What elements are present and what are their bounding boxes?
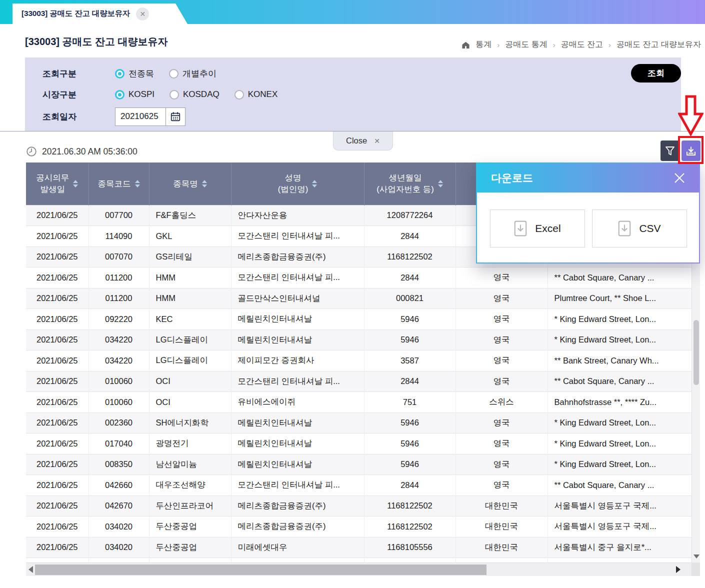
sort-arrows-icon[interactable]	[73, 180, 78, 188]
radio-circle-icon[interactable]	[234, 90, 244, 100]
cell-birth-date: 1168122502	[364, 496, 456, 516]
cell-holder-name: 메리츠종합금융증권(주)	[231, 246, 364, 268]
cell-holder-name: 미래에셋대우	[231, 537, 364, 558]
top-tab-bar: [33003] 공매도 잔고 대량보유자 ✕	[0, 0, 705, 24]
cell-holder-name: 모간스탠리 인터내셔날 피...	[231, 268, 364, 288]
breadcrumb-item[interactable]: 공매도 잔고	[561, 40, 603, 50]
header-disclosure-date[interactable]: 공시의무발생일	[26, 162, 88, 205]
radio-kospi[interactable]: KOSPI	[115, 90, 154, 100]
breadcrumb-separator: ›	[553, 40, 556, 49]
scroll-left-arrow-icon[interactable]	[28, 566, 33, 573]
cell-stock-code: 017040	[88, 434, 149, 454]
cell-stock-name: 남선알미늄	[149, 454, 231, 475]
radio-kosdaq[interactable]: KOSDAQ	[170, 90, 220, 100]
cell-disclosure-date: 2021/06/25	[26, 454, 88, 475]
cell-stock-code: 007070	[88, 246, 149, 268]
cell-stock-code: 010060	[88, 392, 149, 413]
cell-stock-code: 034020	[88, 537, 149, 558]
cell-stock-name: LG디스플레이	[149, 330, 231, 350]
cell-stock-code: 114090	[88, 226, 149, 247]
cell-nationality: 영국	[456, 309, 548, 330]
search-button[interactable]: 조회	[631, 64, 681, 82]
vertical-scrollbar-thumb[interactable]	[694, 320, 699, 385]
sort-arrows-icon[interactable]	[202, 180, 207, 188]
calendar-button[interactable]	[166, 108, 186, 126]
download-popup-header: 다운로드	[477, 164, 699, 192]
close-tab[interactable]: Close ✕	[333, 132, 393, 150]
download-button[interactable]	[682, 140, 700, 161]
cell-stock-name: HMM	[149, 288, 231, 309]
cell-disclosure-date: 2021/06/25	[26, 350, 88, 372]
cell-holder-name: 제이피모간 증권회사	[231, 350, 364, 372]
cell-birth-date: 1168122502	[364, 516, 456, 538]
breadcrumb-separator: ›	[608, 40, 611, 49]
sort-arrows-icon[interactable]	[438, 180, 443, 188]
cell-nationality: 영국	[456, 434, 548, 454]
breadcrumb-item[interactable]: 통계	[476, 40, 492, 50]
cell-holder-name: 모간스탠리 인터내셔날 피...	[231, 475, 364, 496]
radio-circle-icon[interactable]	[170, 90, 179, 100]
cell-stock-code: 010060	[88, 371, 149, 392]
radio-all-stocks[interactable]: 전종목	[115, 68, 154, 80]
cell-stock-name: LG디스플레이	[149, 350, 231, 372]
cell-holder-name: 모간스탠리 인터내셔날 피...	[231, 371, 364, 392]
cell-nationality: 영국	[456, 371, 548, 392]
close-icon	[672, 170, 687, 186]
cell-nationality: 영국	[456, 475, 548, 496]
radio-konex[interactable]: KONEX	[234, 90, 278, 100]
header-stock-code[interactable]: 종목코드	[88, 162, 149, 205]
market-label: 시장구분	[42, 89, 115, 100]
cell-holder-name: 메릴린치인터내셔날	[231, 309, 364, 330]
close-tab-x-icon[interactable]: ✕	[374, 137, 380, 145]
cell-disclosure-date: 2021/06/25	[26, 288, 88, 309]
home-icon[interactable]	[462, 41, 470, 49]
download-icon	[685, 145, 697, 157]
header-holder-name[interactable]: 성명(법인명)	[231, 162, 364, 205]
cell-disclosure-date: 2021/06/25	[26, 268, 88, 288]
horizontal-scrollbar[interactable]	[26, 562, 692, 576]
scrollbar-corner	[692, 562, 700, 576]
cell-stock-name: 광명전기	[149, 434, 231, 454]
radio-circle-icon[interactable]	[115, 69, 124, 78]
cell-nationality: 영국	[456, 288, 548, 309]
excel-download-button[interactable]: Excel	[490, 210, 585, 248]
scroll-right-arrow-icon[interactable]	[676, 566, 680, 573]
sort-arrows-icon[interactable]	[312, 180, 317, 188]
radio-label: KOSDAQ	[183, 90, 220, 100]
breadcrumb-item[interactable]: 공매도 통계	[505, 40, 547, 50]
cell-nationality: 영국	[456, 558, 548, 563]
header-birth-date[interactable]: 생년월일(사업자번호 등)	[364, 162, 456, 205]
cell-address: ** Cabot Square, Canary ...	[548, 475, 692, 496]
cell-nationality: 대한민국	[456, 516, 548, 538]
date-label: 조회일자	[42, 111, 115, 122]
date-input[interactable]	[115, 108, 166, 126]
table-row: 2021/06/25 034220 LG디스플레이 제이피모간 증권회사 358…	[26, 350, 692, 372]
radio-circle-icon[interactable]	[115, 90, 124, 100]
filter-button[interactable]	[660, 140, 680, 161]
window-tab-close-icon[interactable]: ✕	[136, 8, 149, 20]
popup-close-button[interactable]	[672, 170, 687, 186]
krx-short-selling-page: [33003] 공매도 잔고 대량보유자 ✕ [33003] 공매도 잔고 대량…	[0, 0, 705, 588]
sort-arrows-icon[interactable]	[135, 180, 140, 188]
radio-label: KONEX	[248, 90, 278, 100]
clock-icon	[26, 146, 37, 157]
radio-individual-trend[interactable]: 개별추이	[169, 68, 216, 80]
radio-circle-icon[interactable]	[169, 69, 178, 78]
header-stock-name[interactable]: 종목명	[149, 162, 231, 205]
cell-birth-date: 5946	[364, 309, 456, 330]
csv-download-button[interactable]: CSV	[592, 210, 687, 248]
window-tab-label: [33003] 공매도 잔고 대량보유자	[22, 8, 130, 19]
cell-disclosure-date: 2021/06/25	[26, 371, 88, 392]
table-row: 2021/06/25 092220 KEC 메릴린치인터내셔날 5946 영국 …	[26, 309, 692, 330]
cell-disclosure-date: 2021/06/25	[26, 475, 88, 496]
scroll-down-arrow-icon[interactable]	[694, 554, 700, 558]
download-file-icon	[514, 220, 527, 236]
cell-birth-date: 3587	[364, 350, 456, 372]
window-tab[interactable]: [33003] 공매도 잔고 대량보유자 ✕	[12, 4, 188, 24]
cell-birth-date: 751	[364, 392, 456, 413]
cell-disclosure-date: 2021/06/25	[26, 537, 88, 558]
cell-holder-name: 메릴린치인터내셔날	[231, 330, 364, 350]
cell-birth-date: 2844	[364, 558, 456, 563]
download-file-icon	[618, 220, 631, 236]
horizontal-scrollbar-thumb[interactable]	[35, 564, 486, 575]
